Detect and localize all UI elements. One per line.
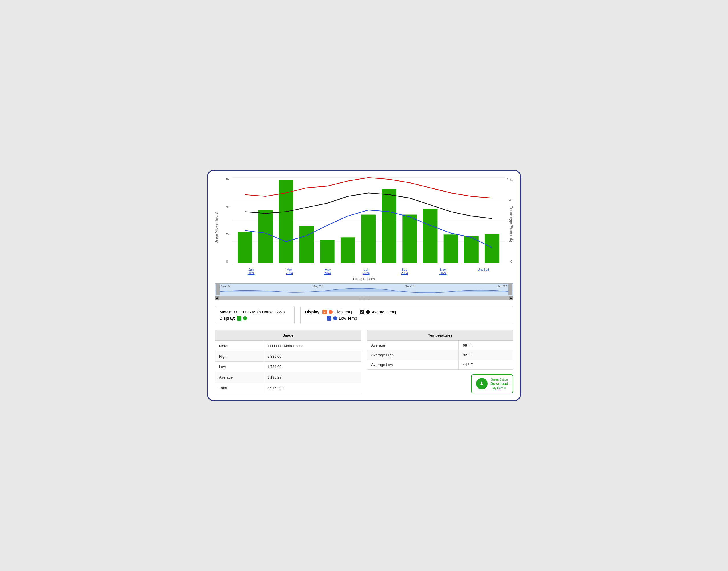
download-icon: ⬇: [476, 378, 488, 389]
bar-4: [299, 226, 314, 263]
table-row: Average 3,196.27: [215, 372, 361, 382]
main-card: Usage (kilowatt-hours) Temperature (Fahr…: [207, 170, 521, 401]
row-value: 5,839.00: [263, 351, 361, 362]
x-label-sep: Sep2024: [401, 268, 408, 275]
avg-temp-checkbox[interactable]: ✓: [360, 310, 364, 314]
right-display-label: Display:: [305, 310, 321, 314]
bar-7: [361, 215, 376, 263]
row-value: 1,734.00: [263, 361, 361, 372]
right-control-box: Display: ✓ High Temp ✓ Average Temp ✓ Lo…: [300, 306, 513, 324]
right-display-row: Display: ✓ High Temp ✓ Average Temp: [305, 310, 508, 314]
green-button-download[interactable]: ⬇ Green Button Download My Data ®: [471, 374, 513, 393]
bar-13: [485, 234, 499, 263]
minimap[interactable]: Jan '24 May '24 Sep '24 Jan '25 ⋮⋮⋮ ◀ ▶: [215, 283, 513, 300]
x-label-mar: Mar2024: [286, 268, 292, 275]
table-row: Average Low 44 ° F: [367, 360, 513, 370]
minimap-right-handle[interactable]: [508, 284, 512, 296]
y-ticks-left: 0 2k 4k 6k: [226, 178, 230, 263]
row-label: Average High: [367, 350, 459, 360]
y-ticks-right: 0 25 50 75 100: [507, 178, 512, 263]
high-temp-label: High Temp: [334, 310, 353, 314]
minimap-labels: Jan '24 May '24 Sep '24 Jan '25: [215, 284, 513, 288]
high-temp-checkbox[interactable]: ✓: [322, 310, 327, 314]
bar-9: [402, 215, 417, 263]
meter-value: 1111111 · Main House · kWh: [233, 310, 285, 314]
row-value: 3,196.27: [263, 372, 361, 382]
temp-table: Temperatures Average 68 ° F Average High…: [367, 330, 514, 370]
green-button-wrap: ⬇ Green Button Download My Data ®: [367, 374, 514, 393]
row-value: 35,159.00: [263, 382, 361, 393]
hamburger-icon[interactable]: ≡: [510, 178, 513, 184]
meter-row: Meter: 1111111 · Main House · kWh: [220, 310, 290, 314]
row-value: 68 ° F: [459, 341, 513, 350]
display-label: Display:: [220, 316, 235, 321]
bar-6: [341, 237, 355, 263]
minimap-scrollbar[interactable]: ⋮⋮⋮: [215, 296, 513, 300]
table-row: High 5,839.00: [215, 351, 361, 362]
x-label-unbilled: Unbilled: [478, 268, 489, 275]
low-temp-label: Low Temp: [339, 316, 357, 321]
row-label: Total: [215, 382, 263, 393]
avg-temp-dot: [366, 310, 370, 314]
display-row: Display:: [220, 316, 290, 321]
bar-10: [423, 209, 438, 263]
table-row: Average High 92 ° F: [367, 350, 513, 360]
scroll-left-arrow[interactable]: ◀: [215, 296, 219, 300]
row-value: 44 ° F: [459, 360, 513, 370]
x-label-jan: Jan2024: [248, 268, 254, 275]
chart-svg-area: [232, 178, 505, 263]
meter-label: Meter:: [220, 310, 232, 314]
avg-temp-label: Average Temp: [372, 310, 397, 314]
bar-11: [444, 234, 458, 263]
row-label: Average: [215, 372, 263, 382]
x-label-jul: Jul2024: [363, 268, 369, 275]
low-temp-row: ✓ Low Temp: [305, 316, 508, 321]
left-control-box: Meter: 1111111 · Main House · kWh Displa…: [215, 306, 294, 324]
usage-table: Usage Meter 1111111- Main House High 5,8…: [215, 330, 361, 393]
table-row: Total 35,159.00: [215, 382, 361, 393]
temp-table-title: Temperatures: [367, 330, 513, 341]
high-temp-dot: [329, 310, 333, 314]
row-value: 1111111- Main House: [263, 341, 361, 351]
table-row: Low 1,734.00: [215, 361, 361, 372]
row-label: High: [215, 351, 263, 362]
x-label-may: May2024: [324, 268, 331, 275]
low-temp-checkbox[interactable]: ✓: [327, 316, 332, 321]
row-value: 92 ° F: [459, 350, 513, 360]
y-axis-left-label: Usage (kilowatt-hours): [215, 212, 218, 243]
bar-8: [382, 189, 396, 263]
x-axis-title: Billing Periods: [215, 277, 513, 281]
usage-dot: [243, 316, 247, 320]
table-row: Average 68 ° F: [367, 341, 513, 350]
x-label-nov: Nov2024: [439, 268, 446, 275]
right-panel: Temperatures Average 68 ° F Average High…: [367, 330, 514, 393]
row-label: Low: [215, 361, 263, 372]
chart-container: Usage (kilowatt-hours) Temperature (Fahr…: [215, 178, 513, 275]
x-axis-labels: Jan2024 Mar2024 May2024 Jul2024 Sep2024 …: [232, 268, 505, 275]
green-button-text: Green Button Download My Data ®: [490, 378, 508, 390]
controls-section: Meter: 1111111 · Main House · kWh Displa…: [215, 306, 513, 324]
row-label: Average Low: [367, 360, 459, 370]
low-temp-dot: [333, 316, 337, 320]
usage-checkbox[interactable]: [237, 316, 241, 321]
table-row: Meter 1111111- Main House: [215, 341, 361, 351]
usage-table-body: Meter 1111111- Main House High 5,839.00 …: [215, 341, 361, 393]
tables-section: Usage Meter 1111111- Main House High 5,8…: [215, 330, 513, 393]
usage-table-title: Usage: [215, 330, 361, 341]
temp-table-body: Average 68 ° F Average High 92 ° F Avera…: [367, 341, 513, 370]
scroll-right-arrow[interactable]: ▶: [509, 296, 513, 300]
bar-5: [320, 240, 335, 263]
bar-1: [238, 232, 252, 263]
bar-2: [258, 210, 273, 263]
row-label: Average: [367, 341, 459, 350]
chart-svg: [232, 178, 505, 263]
row-label: Meter: [215, 341, 263, 351]
minimap-left-handle[interactable]: [216, 284, 220, 296]
